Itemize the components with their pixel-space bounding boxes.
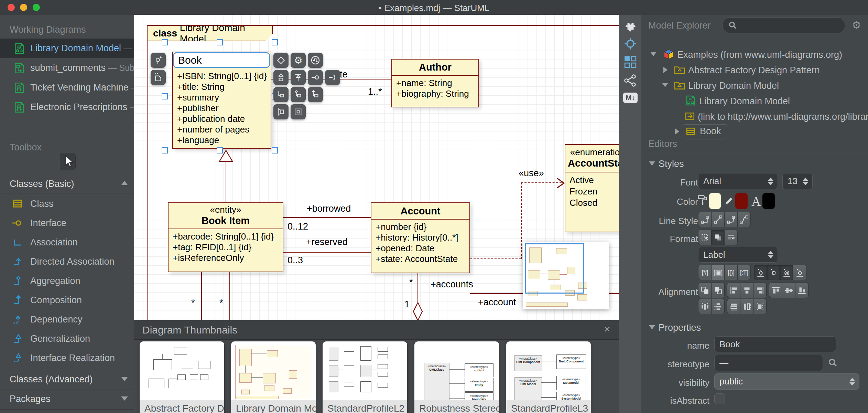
quick-aggregation-button[interactable] [291,87,306,102]
working-diagram-submit-comments[interactable]: submit_comments — Submit [0,58,134,78]
edge-bookitem-down-right[interactable] [229,272,230,320]
class-author[interactable]: Author +name: String +biography: String [391,59,479,107]
tool-interface-realization[interactable]: Interface Realization [0,348,134,368]
edge-use-dependency[interactable] [521,182,522,259]
thumbnail-abstract-factory[interactable]: Abstract Factory Design Pattern [140,341,224,413]
align-bottom-button[interactable] [795,283,809,298]
font-size-stepper[interactable]: 13 [782,173,813,189]
isabstract-checkbox[interactable] [714,393,725,404]
send-to-back-button[interactable] [698,283,712,298]
zoom-to-fit-icon[interactable] [623,37,637,51]
minimap-viewport[interactable] [525,243,584,294]
tool-generalization[interactable]: Generalization [0,329,134,348]
fill-color-roller-icon[interactable] [697,194,708,206]
share-icon[interactable] [624,74,637,87]
caret-expanded-icon[interactable] [650,52,657,56]
resize-handle[interactable] [272,147,278,153]
enumeration-account-state[interactable]: «enumeration» AccountState Active Frozen… [565,144,619,232]
resize-handle[interactable] [162,147,168,153]
stereotype-field[interactable]: — [714,355,823,371]
distribute-horizontally-button[interactable] [698,299,712,314]
font-color-swatch[interactable] [762,193,775,209]
extensions-icon[interactable] [624,21,637,34]
quick-generalization-button[interactable] [273,70,289,85]
suppress-literals-toggle[interactable] [793,265,806,280]
thumbnail-robustness-stereotypes[interactable]: «metaClass» UMLClass «stereotype» contro… [414,341,499,413]
caret-expanded-icon[interactable] [662,83,668,87]
suppress-operations-toggle[interactable] [767,265,780,280]
edge-bookitem-book[interactable] [226,162,226,202]
tool-aggregation[interactable]: Aggregation [0,271,134,290]
stereotype-search-icon[interactable] [828,358,838,368]
tool-class[interactable]: Class [0,194,134,213]
resize-handle[interactable] [272,39,278,45]
class-book-item[interactable]: «entity» Book Item +barcode: String[0..1… [168,202,283,272]
bring-to-front-button[interactable] [711,283,725,298]
close-icon[interactable]: × [604,323,610,336]
font-family-select[interactable]: Arial [698,173,778,189]
visibility-select[interactable]: public [714,373,859,390]
quick-containment-button[interactable] [291,104,306,119]
suppress-attributes-toggle[interactable] [754,265,767,280]
line-style-rounded-button[interactable] [724,212,738,227]
section-packages[interactable]: Packages [10,394,51,404]
same-width-button[interactable] [740,299,753,314]
class-name-editor[interactable]: Book [173,52,270,68]
layout-panels-icon[interactable] [624,55,637,68]
settings-gear-icon[interactable]: ⚙ [852,19,861,31]
working-diagram-electronic-prescriptions[interactable]: Electronic Prescriptions — E [0,97,134,117]
quick-settings-button[interactable]: ⚙ [291,53,306,68]
section-classes-advanced[interactable]: Classes (Advanced) [10,374,93,385]
line-style-oblique-button[interactable] [711,212,725,227]
collapse-section-icon[interactable] [121,181,128,185]
quick-statemachine-button[interactable] [308,53,323,68]
tool-association[interactable]: Association [0,233,134,252]
align-middle-button[interactable] [782,283,795,298]
edge-bookitem-down-left[interactable] [201,272,202,320]
diagram-overview-minimap[interactable] [523,242,609,309]
quick-diamond-button[interactable] [273,53,289,68]
format-wordwrap-button[interactable] [724,230,738,245]
working-diagram-ticket-vending-machine[interactable]: Ticket Vending Machine — T [0,78,134,97]
show-property-toggle[interactable]: [{}] [724,265,738,280]
tree-item-examples-project[interactable]: Examples (from www.uml-diagrams.org) [641,48,868,62]
tree-item-library-domain-model-package[interactable]: Library Domain Model [641,79,868,93]
quick-realization-button[interactable] [291,70,306,85]
quick-association-button[interactable] [273,87,289,102]
tool-dependency[interactable]: Dependency [0,310,134,329]
thumbnail-library-domain-model[interactable]: Library Domain Model [231,341,316,413]
same-size-button[interactable] [753,299,767,314]
markdown-icon[interactable]: M↓ [623,93,638,103]
format-autoresize-button[interactable] [698,230,712,245]
align-left-button[interactable] [727,283,740,298]
font-color-letter-icon[interactable]: A [751,194,761,209]
suppress-receptions-toggle[interactable] [780,265,793,280]
collapse-styles-icon[interactable] [649,161,655,166]
tree-item-book-class[interactable]: Book [641,124,868,139]
format-shadow-button[interactable] [711,230,725,245]
section-classes-basic[interactable]: Classes (Basic) [10,179,74,189]
edge-reserved[interactable] [283,252,371,253]
expand-section-icon[interactable] [121,396,128,401]
fill-color-swatch[interactable] [709,193,721,209]
caret-collapsed-icon[interactable] [663,67,668,73]
resize-handle[interactable] [217,39,223,45]
edge-use-dependency[interactable] [470,258,521,259]
tree-item-library-domain-model-diagram[interactable]: Library Domain Model [641,94,868,109]
edge-borrowed[interactable] [283,217,371,218]
same-height-button[interactable] [727,299,740,314]
class-account[interactable]: Account +number {id} +history: History[0… [371,202,470,273]
show-type-toggle[interactable]: [:T] [737,265,751,280]
quick-composition-button[interactable] [308,87,323,102]
add-note-button[interactable] [151,70,166,85]
tool-composition[interactable]: Composition [0,290,134,310]
tool-interface[interactable]: Interface [0,213,134,233]
show-stereotype-toggle[interactable]: [▣] [711,265,725,280]
line-color-swatch[interactable] [735,193,748,209]
collapse-properties-icon[interactable] [649,325,655,329]
tool-directed-association[interactable]: Directed Association [0,252,134,271]
edge-account-library[interactable] [417,273,418,303]
thumbnail-standard-profile-l3[interactable]: «metaClass» UMLComponent «metaClass» UML… [506,341,591,413]
line-color-pencil-icon[interactable] [724,194,734,206]
quick-interface-button[interactable] [308,70,323,85]
